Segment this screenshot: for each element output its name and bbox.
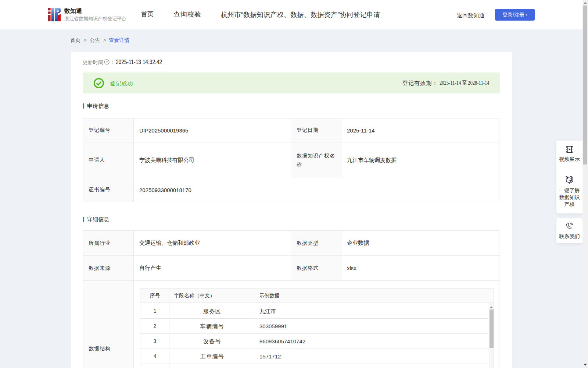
svg-text:?: ? [106, 60, 108, 64]
